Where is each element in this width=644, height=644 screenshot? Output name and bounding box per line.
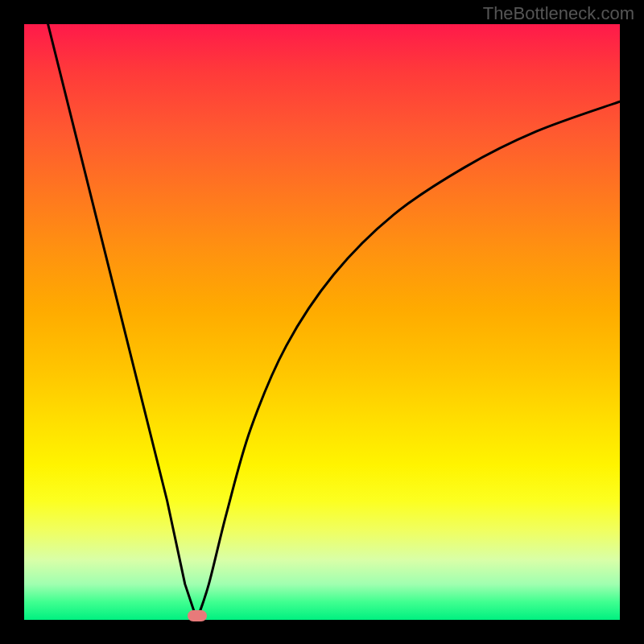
bottleneck-curve <box>48 24 620 620</box>
minimum-marker <box>188 610 207 621</box>
plot-area <box>24 24 620 620</box>
curve-svg <box>24 24 620 620</box>
watermark-text: TheBottleneck.com <box>483 3 634 24</box>
